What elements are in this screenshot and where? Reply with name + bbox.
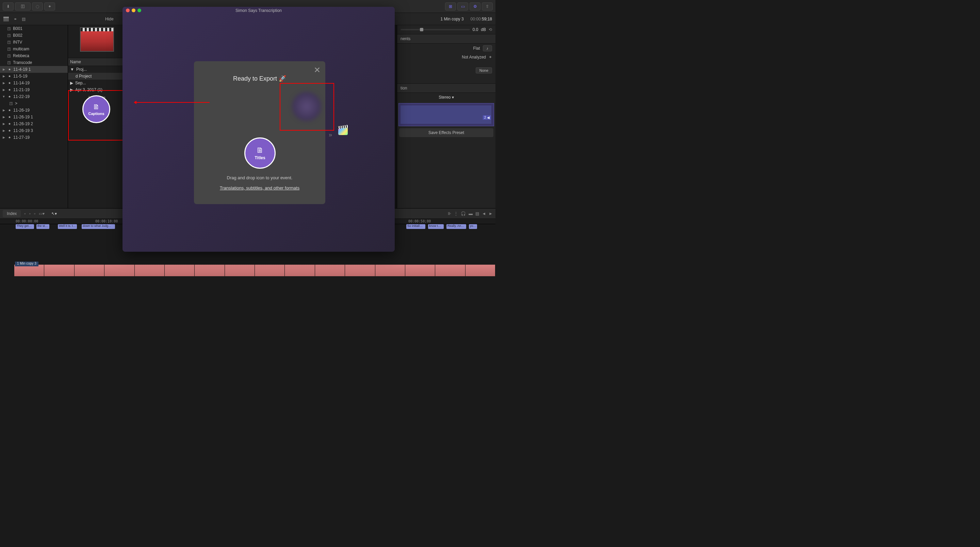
inspector-toggle[interactable]: ⚙ [469, 2, 480, 11]
caption-clip[interactable]: Well it is. I… [58, 224, 77, 229]
enhance-button[interactable]: ✦ [44, 2, 55, 11]
captions-label: Captions [88, 111, 104, 116]
solo-icon[interactable]: ▬ [469, 211, 473, 216]
timecode-display: 00:00:59;18 [471, 17, 492, 21]
event-11-4-19-1[interactable]: ▶★11-4-19 1 [0, 66, 68, 73]
browser-name-header[interactable]: Name [68, 58, 126, 66]
project-name: 1 Min copy 3 [441, 17, 464, 21]
list-item[interactable]: ▶Apr 3, 2017 (1) [68, 86, 126, 93]
audio-waveform[interactable]: 2 ◀ [398, 103, 494, 126]
tool-icon[interactable]: ▭▾ [39, 211, 45, 216]
import-button[interactable]: ⬇ [3, 2, 14, 11]
db-slider-row: 0.0 dB ⟲ [397, 25, 495, 34]
caption-clip[interactable]: Really. An… [447, 224, 466, 229]
clip-appearance-icon[interactable]: ▤ [476, 211, 479, 216]
document-icon: 🗎 [256, 146, 264, 155]
event-11-26-19-1[interactable]: ▶★11-26-19 1 [0, 114, 68, 121]
keyword-transcode[interactable]: ⚿Transcode [0, 59, 68, 66]
event-11-21-19[interactable]: ▶★11-21-19 [0, 86, 68, 93]
keyword-button[interactable]: ⚿ [15, 2, 30, 11]
index-button[interactable]: Index [3, 210, 21, 217]
event-11-27-19[interactable]: ▶★11-27-19 [0, 134, 68, 141]
titles-export-icon[interactable]: 🗎 Titles [244, 137, 275, 169]
event-11-26-19-2[interactable]: ▶★11-26-19 2 [0, 121, 68, 127]
keyword-b002[interactable]: ⚿B002 [0, 32, 68, 39]
link-icon[interactable]: ⚭ [14, 17, 17, 21]
db-value: 0.0 [473, 27, 479, 32]
captions-export-icon[interactable]: 🗎 Captions [82, 95, 110, 123]
db-unit: dB [481, 27, 486, 32]
pan-mode[interactable]: None [476, 67, 492, 73]
clapper-icon[interactable] [3, 17, 9, 21]
keyword-intv[interactable]: ⚿INTV [0, 39, 68, 46]
keyword-rebbeca[interactable]: ⚿Rebbeca [0, 52, 68, 59]
titles-label: Titles [255, 156, 265, 160]
browser-toggle[interactable]: ⊞ [445, 2, 456, 11]
clip-thumbnail[interactable] [80, 27, 114, 52]
ruler-tick: 00:00:00:00 [16, 219, 38, 223]
nav-back-icon[interactable]: ◄ [482, 211, 486, 216]
caption-clip[interactable]: So initiall… [406, 224, 425, 229]
inspector-panel: 0.0 dB ⟲ nents Flat ♪ Not Analyzed ✦ Non… [397, 25, 495, 208]
caption-clip[interactable]: yo… [469, 224, 477, 229]
maximize-icon[interactable] [137, 8, 141, 12]
modal-titlebar[interactable]: Simon Says Transcription [123, 7, 395, 14]
other-formats-link[interactable]: Translations, subtitles, and other forma… [194, 185, 325, 191]
snap-icon[interactable]: ⊪ [448, 211, 451, 216]
caption-clip[interactable]: the st… [37, 224, 49, 229]
headphones-icon[interactable]: 🎧 [461, 211, 466, 216]
stereo-dropdown[interactable]: Stereo ▾ [439, 95, 454, 100]
tool-icon[interactable]: ▫ [24, 211, 25, 216]
arrow-tool[interactable]: ↖▾ [51, 211, 57, 216]
volume-slider[interactable] [401, 29, 470, 30]
modal-title: Simon Says Transcription [235, 8, 282, 13]
export-instructions: Drag and drop icon to your event. [194, 175, 325, 180]
list-item[interactable]: ▶Sep... [68, 80, 126, 86]
save-effects-preset-button[interactable]: Save Effects Preset [399, 128, 493, 137]
audio-config-header: tion [397, 83, 495, 93]
event-11-5-19[interactable]: ▶★11-5-19 [0, 73, 68, 80]
close-icon[interactable] [126, 8, 130, 12]
media-icon[interactable]: ▤ [22, 17, 25, 21]
event-11-26-19[interactable]: ▶★11-26-19 [0, 107, 68, 114]
keyword-multicam[interactable]: ⚿multicam [0, 46, 68, 52]
list-item[interactable]: ▼Proj... [68, 66, 126, 73]
caption-clip[interactable]: They get… [16, 224, 34, 229]
export-title: Ready to Export 🚀 [194, 75, 325, 82]
event-11-26-19-3[interactable]: ▶★11-26-19 3 [0, 127, 68, 134]
keyword-b001[interactable]: ⚿B001 [0, 25, 68, 32]
flat-label: Flat [473, 46, 480, 51]
tool-icon[interactable]: ▫ [29, 211, 30, 216]
eq-button[interactable]: ♪ [483, 45, 492, 51]
compound-clip-label[interactable]: 1 Min copy 3 [15, 262, 38, 266]
reset-icon[interactable]: ⟲ [488, 27, 492, 32]
share-button[interactable]: ⇧ [482, 2, 493, 11]
simon-says-window: Simon Says Transcription ✕ Ready to Expo… [123, 7, 395, 252]
timeline-toggle[interactable]: ▭ [457, 2, 468, 11]
ruler-tick: 00:00:10:00 [95, 219, 118, 223]
annotation-red-box [280, 83, 334, 130]
event-11-14-19[interactable]: ▶★11-14-19 [0, 80, 68, 86]
caption-clip[interactable]: know t… [428, 224, 444, 229]
annotation-arrow [135, 102, 210, 103]
sub-keyword[interactable]: ⚿> [0, 100, 68, 107]
video-clip[interactable] [14, 265, 495, 276]
final-cut-icon [338, 127, 352, 138]
skimming-icon[interactable]: ⋮ [454, 211, 458, 216]
caption-clip[interactable]: down to what Judg… [82, 224, 115, 229]
svg-rect-1 [3, 17, 9, 18]
background-tasks-button[interactable]: ◌ [32, 2, 43, 11]
channel-badge: 2 ◀ [483, 115, 491, 120]
tool-icon[interactable]: ▫ [34, 211, 35, 216]
document-icon: 🗎 [93, 103, 100, 111]
minimize-icon[interactable] [132, 8, 135, 12]
analyzed-label: Not Analyzed [462, 55, 486, 59]
event-11-22-19[interactable]: ▼★11-22-19 [0, 93, 68, 100]
close-icon[interactable]: ✕ [314, 65, 321, 75]
hide-label[interactable]: Hide [105, 17, 114, 21]
dragging-icon[interactable] [292, 92, 321, 121]
list-item[interactable]: d Project [68, 73, 126, 80]
library-sidebar: ⚿B001 ⚿B002 ⚿INTV ⚿multicam ⚿Rebbeca ⚿Tr… [0, 25, 68, 208]
nav-fwd-icon[interactable]: ► [488, 211, 493, 216]
analyze-icon[interactable]: ✦ [488, 55, 492, 59]
